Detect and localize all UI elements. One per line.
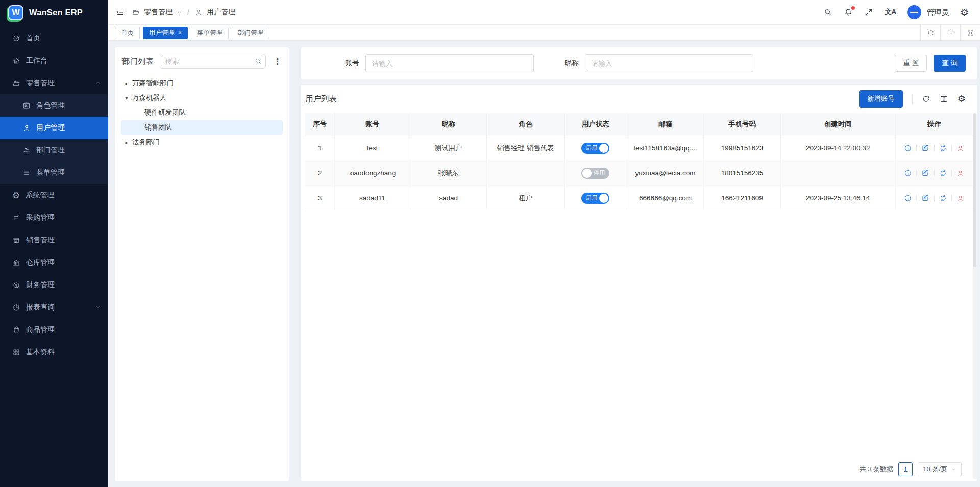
search-button[interactable]: 查 询	[934, 55, 966, 72]
tab-list-dropdown[interactable]	[940, 25, 960, 40]
add-account-button[interactable]: 新增账号	[859, 90, 903, 108]
status-toggle[interactable]: 停用	[581, 168, 609, 179]
department-panel: 部门列表 ⋮ ▸万森智能部门 ▾万森机器人 硬件研发团队 销售团队 ▸法务部门	[115, 47, 289, 481]
bell-icon[interactable]	[844, 8, 853, 17]
tab-dept-management[interactable]: 部门管理	[232, 27, 270, 39]
sidebar-item-workbench[interactable]: 工作台	[0, 49, 108, 72]
edit-button[interactable]	[921, 194, 929, 202]
reset-password-button[interactable]	[939, 194, 947, 202]
tree-item[interactable]: ▸万森智能部门	[121, 76, 283, 90]
sidebar-collapse-button[interactable]	[115, 8, 125, 17]
account-label: 账号	[345, 59, 359, 68]
settings-gear-icon[interactable]: ⚙	[960, 8, 969, 17]
nickname-input[interactable]	[585, 54, 753, 72]
edit-button[interactable]	[921, 169, 929, 177]
chevron-down-icon	[951, 467, 957, 472]
sidebar-item-home[interactable]: 首页	[0, 27, 108, 49]
info-button[interactable]	[904, 144, 912, 152]
sidebar-item-purchase[interactable]: 采购管理	[0, 207, 108, 229]
col-created: 创建时间	[780, 113, 895, 136]
caret-icon[interactable]: ▸	[121, 140, 132, 145]
vertical-scrollbar[interactable]	[973, 113, 977, 479]
sidebar-item-menus[interactable]: 菜单管理	[0, 162, 108, 184]
product-icon	[12, 326, 20, 334]
breadcrumb-separator: /	[187, 8, 189, 16]
status-toggle[interactable]: 启用	[581, 193, 609, 204]
sidebar-item-finance[interactable]: 财务管理	[0, 274, 108, 296]
sidebar-item-products[interactable]: 商品管理	[0, 319, 108, 341]
status-toggle[interactable]: 启用	[581, 143, 609, 154]
table-row: 3 sadad11 sadad 租户 启用 666666@qq.com 1662…	[305, 186, 973, 211]
sidebar-item-sales[interactable]: 销售管理	[0, 229, 108, 251]
sidebar-item-warehouse[interactable]: 仓库管理	[0, 251, 108, 274]
search-icon[interactable]	[823, 8, 832, 17]
content-fullscreen-button[interactable]	[960, 25, 980, 40]
department-search-input[interactable]	[160, 54, 266, 69]
total-count: 共 3 条数据	[860, 465, 893, 474]
table-toolbar: 新增账号 ⚙	[859, 90, 973, 108]
nickname-label: 昵称	[565, 59, 579, 68]
info-button[interactable]	[904, 169, 912, 177]
caret-icon[interactable]: ▾	[121, 95, 132, 101]
tree-item[interactable]: 硬件研发团队	[121, 106, 283, 120]
reset-password-button[interactable]	[939, 144, 947, 152]
col-nickname: 昵称	[410, 113, 486, 136]
department-panel-title: 部门列表	[122, 56, 154, 67]
sidebar-item-roles[interactable]: 角色管理	[0, 94, 108, 117]
search-icon[interactable]	[254, 57, 262, 66]
user-icon	[22, 124, 31, 132]
reset-password-button[interactable]	[939, 169, 947, 177]
breadcrumb: 零售管理 / 用户管理	[132, 8, 235, 17]
refresh-tab-button[interactable]	[920, 25, 940, 40]
fullscreen-icon[interactable]	[864, 8, 873, 17]
kebab-menu-icon[interactable]: ⋮	[272, 56, 283, 67]
sidebar-item-basic-data[interactable]: 基本资料	[0, 341, 108, 364]
role-icon	[22, 101, 31, 110]
logo-icon: W	[8, 5, 23, 20]
tree-item[interactable]: ▾万森机器人	[121, 91, 283, 105]
close-icon[interactable]: ×	[178, 29, 182, 36]
purchase-icon	[12, 214, 20, 222]
tab-home[interactable]: 首页	[115, 27, 140, 39]
edit-button[interactable]	[921, 144, 929, 152]
col-seq: 序号	[305, 113, 335, 136]
table-row: 1 test 测试用户 销售经理 销售代表 启用 test1158163a@qq…	[305, 136, 973, 161]
page-button-1[interactable]: 1	[898, 462, 913, 476]
sidebar-item-users[interactable]: 用户管理	[0, 117, 108, 139]
caret-icon[interactable]: ▸	[121, 81, 132, 86]
column-settings-icon[interactable]: ⚙	[958, 94, 966, 104]
sidebar-item-system[interactable]: ⚙系统管理	[0, 184, 108, 207]
account-input[interactable]	[365, 54, 534, 72]
row-height-icon[interactable]	[940, 95, 948, 104]
remove-user-button[interactable]	[957, 194, 965, 202]
user-list-title: 用户列表	[305, 94, 337, 105]
main-column: 零售管理 / 用户管理 文A 管理员 ⚙ 首页 用户管理×	[108, 0, 980, 487]
folder-icon	[12, 79, 20, 87]
dashboard-icon	[12, 34, 20, 42]
table-header-row: 序号 账号 昵称 角色 用户状态 邮箱 手机号码 创建时间 操作	[305, 113, 973, 136]
sidebar-item-retail[interactable]: 零售管理	[0, 72, 108, 94]
refresh-table-icon[interactable]	[922, 95, 930, 104]
toolbar-divider	[912, 94, 913, 104]
page-size-select[interactable]: 10 条/页	[918, 462, 962, 476]
remove-user-button[interactable]	[957, 169, 965, 177]
app-title: WanSen ERP	[29, 8, 83, 17]
user-list-card: 用户列表 新增账号 ⚙	[301, 85, 977, 481]
tab-menu-management[interactable]: 菜单管理	[191, 27, 229, 39]
info-button[interactable]	[904, 194, 912, 202]
remove-user-button[interactable]	[957, 144, 965, 152]
shop-icon	[12, 236, 20, 244]
reset-button[interactable]: 重 置	[895, 55, 927, 72]
chevron-down-icon[interactable]	[177, 10, 182, 15]
sidebar-item-departments[interactable]: 部门管理	[0, 139, 108, 162]
tree-item[interactable]: ▸法务部门	[121, 135, 283, 149]
user-menu[interactable]: 管理员	[907, 5, 949, 19]
col-role: 角色	[487, 113, 565, 136]
breadcrumb-section[interactable]: 零售管理	[144, 8, 173, 17]
translate-icon[interactable]: 文A	[885, 8, 896, 17]
sidebar-item-reports[interactable]: 报表查询	[0, 296, 108, 319]
tree-item[interactable]: 销售团队	[121, 120, 283, 135]
scrollbar-thumb[interactable]	[973, 113, 976, 267]
tab-user-management[interactable]: 用户管理×	[143, 27, 188, 39]
department-search	[160, 54, 266, 69]
